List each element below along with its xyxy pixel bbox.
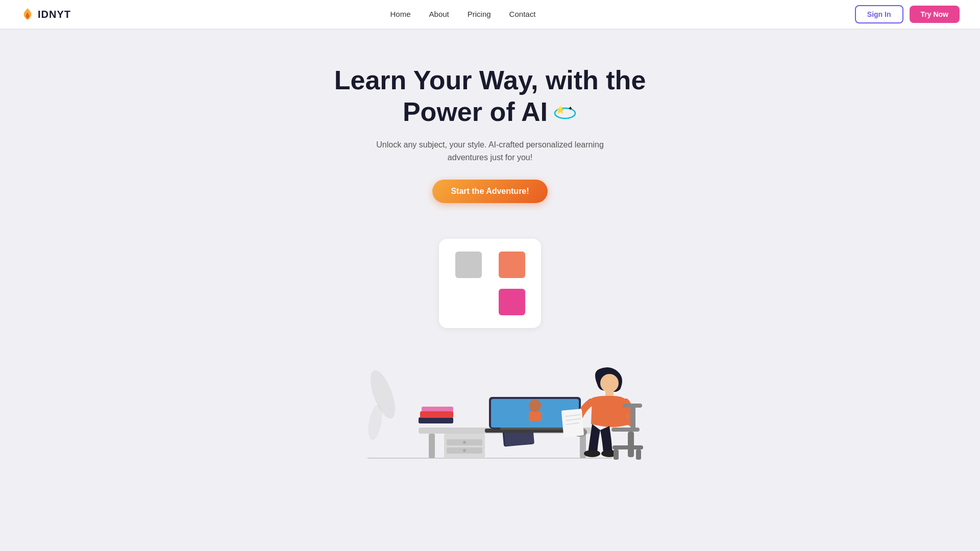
card-block-pink — [499, 289, 525, 315]
svg-rect-39 — [636, 449, 641, 460]
svg-point-3 — [365, 367, 400, 421]
hero-section: Learn Your Way, with the Power of AI ⭐ ✦… — [0, 29, 980, 218]
star-emoji-icon: ⭐ ✦ — [553, 103, 577, 121]
navbar: IDNYT Home About Pricing Contact Sign In… — [0, 0, 980, 29]
hero-title-line1: Learn Your Way, with the — [311, 64, 669, 96]
card-widget — [439, 239, 541, 328]
svg-rect-41 — [623, 404, 642, 408]
orbit-star-icon: ⭐ ✦ — [553, 103, 577, 121]
svg-rect-14 — [419, 417, 453, 423]
svg-point-21 — [529, 399, 541, 412]
svg-point-13 — [463, 449, 466, 452]
hero-title-line2: Power of AI ⭐ ✦ — [311, 96, 669, 128]
nav-item-contact[interactable]: Contact — [509, 10, 536, 18]
svg-rect-7 — [429, 434, 435, 458]
card-widget-wrapper — [0, 239, 980, 328]
illustration-wrapper — [0, 323, 980, 466]
svg-rect-40 — [630, 405, 635, 430]
svg-rect-24 — [500, 428, 570, 430]
nav-item-pricing[interactable]: Pricing — [468, 10, 491, 18]
adventure-button[interactable]: Start the Adventure! — [432, 180, 547, 203]
signin-button[interactable]: Sign In — [855, 5, 903, 23]
card-block-empty — [455, 289, 482, 315]
nav-item-about[interactable]: About — [429, 10, 449, 18]
svg-point-33 — [584, 450, 600, 457]
nav-actions: Sign In Try Now — [855, 5, 960, 23]
svg-rect-15 — [420, 411, 453, 418]
svg-rect-16 — [422, 407, 453, 412]
logo-icon — [20, 7, 35, 21]
svg-text:✦: ✦ — [568, 106, 573, 111]
svg-rect-29 — [561, 409, 584, 437]
trynow-button[interactable]: Try Now — [910, 6, 960, 23]
nav-item-home[interactable]: Home — [390, 10, 411, 18]
hero-title: Learn Your Way, with the Power of AI ⭐ ✦ — [311, 64, 669, 128]
svg-rect-36 — [628, 432, 634, 457]
svg-rect-9 — [444, 434, 485, 458]
svg-rect-37 — [612, 445, 643, 449]
logo-link[interactable]: IDNYT — [20, 7, 71, 21]
svg-rect-38 — [614, 449, 619, 460]
svg-text:⭐: ⭐ — [556, 106, 565, 114]
nav-links: Home About Pricing Contact — [390, 10, 536, 19]
svg-point-11 — [463, 441, 466, 444]
hero-illustration — [327, 323, 653, 466]
logo-text: IDNYT — [38, 9, 71, 20]
hero-subtitle: Unlock any subject, your style. AI-craft… — [357, 138, 623, 164]
card-block-orange — [499, 252, 525, 278]
card-block-gray — [455, 252, 482, 278]
svg-point-27 — [600, 374, 619, 392]
svg-rect-22 — [529, 412, 541, 421]
